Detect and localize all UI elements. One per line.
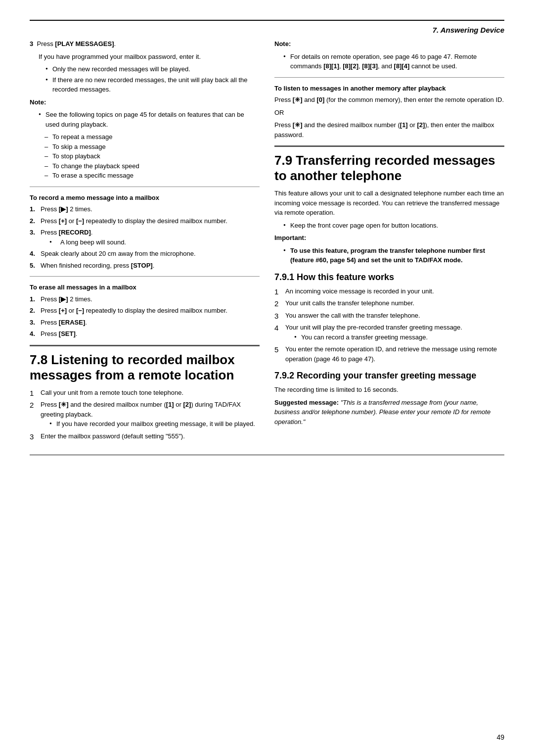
section79-heading: 7.9 Transferring recorded messages to an… [274, 153, 504, 184]
erase-heading: To erase all messages in a mailbox [30, 283, 260, 292]
suggested-label: Suggested message: [274, 399, 339, 406]
right-note-label: Note: [274, 39, 504, 49]
suggested-message: Suggested message: "This is a transferre… [274, 398, 504, 427]
subsection791-heading: 7.9.1 How this feature works [274, 272, 504, 283]
key-2: [2] [183, 401, 191, 408]
section78-step-1: 1 Call your unit from a remote touch ton… [30, 388, 260, 398]
set-key: [SET] [59, 330, 76, 337]
bullet-new-messages: Only the new recorded messages will be p… [45, 64, 260, 74]
page: 7. Answering Device 3 Press [PLAY MESSAG… [0, 0, 534, 756]
listen-another-or: OR [274, 108, 504, 118]
erase-steps: 1. Press [▶] 2 times. 2. Press [+] or [−… [30, 294, 260, 339]
divider-memo [30, 187, 260, 187]
step3-press: 3 Press [PLAY MESSAGES]. [30, 39, 260, 49]
right-note-bullet: For details on remote operation, see pag… [283, 52, 504, 71]
memo-step-5: 5. When finished recording, press [STOP]… [30, 261, 260, 271]
step791-2: 2 Your unit calls the transfer telephone… [274, 298, 504, 308]
play-messages-key: [PLAY MESSAGES] [55, 40, 114, 47]
steps791: 1 An incoming voice message is recorded … [274, 286, 504, 364]
bullet-no-new-messages: If there are no new recorded messages, t… [45, 75, 260, 94]
note-bullets: See the following topics on page 45 for … [30, 110, 260, 129]
page-number: 49 [496, 733, 504, 741]
erase-step-1: 1. Press [▶] 2 times. [30, 294, 260, 304]
dash-erase: To erase a specific message [44, 171, 260, 181]
step791-3: 3 You answer the call with the transfer … [274, 311, 504, 321]
divider-section78 [30, 345, 260, 346]
step3-number: 3 [30, 40, 33, 47]
recording-time: The recording time is limited to 16 seco… [274, 385, 504, 395]
key-82: [8][2] [343, 62, 358, 70]
play-key2: [▶] [59, 295, 68, 303]
key-1b: [1] [400, 121, 408, 129]
transfer-greeting-note: You can record a transfer greeting messa… [294, 332, 504, 342]
key-81: [8][1] [323, 62, 339, 70]
memo-heading: To record a memo message into a mailbox [30, 193, 260, 203]
record-key: [RECORD] [59, 229, 91, 236]
memo-step-1: 1. Press [▶] 2 times. [30, 204, 260, 214]
two-column-layout: 3 Press [PLAY MESSAGES]. If you have pro… [30, 39, 504, 445]
key-83: [8][3] [362, 62, 378, 70]
section78-step-3: 3 Enter the mailbox password (default se… [30, 431, 260, 441]
step791-1: 1 An incoming voice message is recorded … [274, 286, 504, 296]
step791-5: 5 You enter the remote operation ID, and… [274, 344, 504, 364]
section78-steps: 1 Call your unit from a remote touch ton… [30, 388, 260, 441]
erase-step-2: 2. Press [+] or [−] repeatedly to displa… [30, 306, 260, 316]
stop-key: [STOP] [131, 262, 153, 269]
bottom-rule [30, 455, 504, 455]
step791-4-subbullet: You can record a transfer greeting messa… [285, 332, 504, 342]
subsection792-heading: 7.9.2 Recording your transfer greeting m… [274, 371, 504, 381]
erase-key: [ERASE] [59, 319, 85, 326]
important-bullet: To use this feature, program the transfe… [283, 246, 504, 265]
section79-bullets: Keep the front cover page open for butto… [274, 221, 504, 231]
erase-step-3: 3. Press [ERASE]. [30, 318, 260, 328]
key-0: [0] [316, 96, 324, 103]
memo-steps: 1. Press [▶] 2 times. 2. Press [+] or [−… [30, 204, 260, 270]
section78-step-2: 2 Press [✳] and the desired mailbox numb… [30, 400, 260, 429]
step3-detail: If you have programmed your mailbox pass… [30, 52, 260, 62]
listen-another-p2: Press [✳] and the desired mailbox number… [274, 120, 504, 140]
divider-section79 [274, 145, 504, 147]
minus-key2: [−] [76, 307, 84, 314]
dash-repeat: To repeat a message [44, 132, 260, 142]
dash-stop: To stop playback [44, 151, 260, 161]
memo-step-3: 3. Press [RECORD]. A long beep will soun… [30, 228, 260, 247]
erase-step-4: 4. Press [SET]. [30, 329, 260, 339]
section79-bullet: Keep the front cover page open for butto… [283, 221, 504, 231]
important-label: Important: [274, 233, 504, 243]
memo-step-2: 2. Press [+] or [−] repeatedly to displa… [30, 216, 260, 226]
note-label: Note: [30, 97, 260, 107]
right-column: Note: For details on remote operation, s… [274, 39, 504, 445]
right-note-bullets: For details on remote operation, see pag… [274, 52, 504, 71]
important-bullets: To use this feature, program the transfe… [274, 246, 504, 265]
plus-key: [+] [59, 217, 67, 225]
memo-step-4: 4. Speak clearly about 20 cm away from t… [30, 249, 260, 259]
step2-subbullet: If you have recorded your mailbox greeti… [41, 419, 260, 429]
star-key: [✳] [59, 401, 69, 408]
greeting-note: If you have recorded your mailbox greeti… [49, 419, 260, 429]
listen-another-p1: Press [✳] and [0] (for the common memory… [274, 95, 504, 105]
minus-key: [−] [76, 217, 84, 225]
top-rule [30, 20, 504, 21]
dash-skip: To skip a message [44, 142, 260, 152]
divider-listen-another [274, 77, 504, 78]
note-bullet-1: See the following topics on page 45 for … [39, 110, 260, 129]
plus-key2: [+] [59, 307, 67, 314]
divider-erase [30, 276, 260, 277]
key-2b: [2] [417, 121, 425, 129]
note-dashes: To repeat a message To skip a message To… [30, 132, 260, 181]
listen-another-heading: To listen to messages in another memory … [274, 84, 504, 94]
key-1: [1] [166, 401, 174, 408]
left-column: 3 Press [PLAY MESSAGES]. If you have pro… [30, 39, 260, 445]
long-beep-note: A long beep will sound. [49, 237, 260, 247]
dash-speed: To change the playback speed [44, 161, 260, 171]
chapter-header: 7. Answering Device [30, 26, 504, 34]
step791-4: 4 Your unit will play the pre-recorded t… [274, 323, 504, 342]
section78-heading: 7.8 Listening to recorded mailbox messag… [30, 352, 260, 383]
star-key3: [✳] [293, 121, 303, 129]
play-key: [▶] [59, 205, 68, 213]
section79-intro: This feature allows your unit to call a … [274, 189, 504, 218]
memo-step3-subbullet: A long beep will sound. [41, 237, 260, 247]
star-key2: [✳] [293, 96, 303, 103]
step3-bullets: Only the new recorded messages will be p… [30, 64, 260, 94]
key-84: [8][4] [394, 62, 410, 70]
